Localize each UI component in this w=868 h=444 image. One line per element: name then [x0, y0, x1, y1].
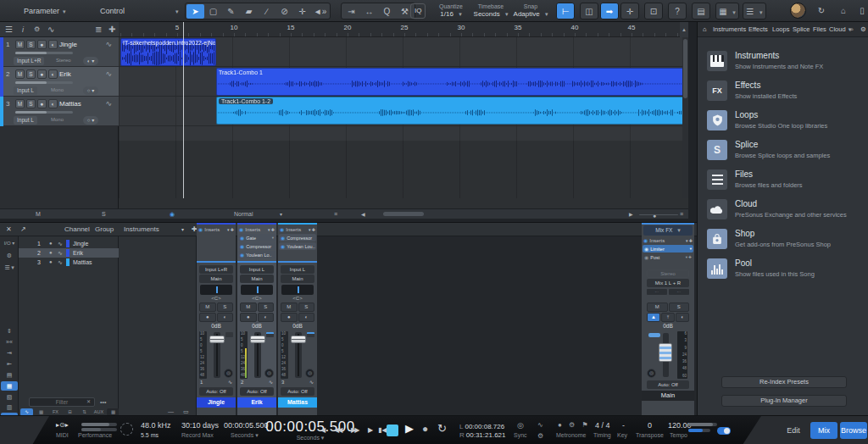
- grid-view-button[interactable]: ▦ ▾: [715, 3, 739, 19]
- vertical-scrollbar[interactable]: [682, 37, 688, 198]
- wrench-icon[interactable]: ⚙: [34, 24, 40, 36]
- main-output-strip[interactable]: Mix FX ▾ ◉Inserts▾ ✚ ◉Limiter▾ ◉Post▾ ✚ …: [642, 223, 694, 416]
- snap-setting[interactable]: Snap Adaptive ▾: [512, 3, 549, 19]
- fader-area[interactable]: 1050512243648 ◎: [281, 331, 314, 379]
- zoom-slider-handle[interactable]: ●: [653, 211, 656, 221]
- record-arm-button[interactable]: ●: [37, 40, 47, 49]
- channel-strip-erik[interactable]: ◉Inserts▾ ✚ ◉Gate▾ ◉Compressor ◉Youlean …: [237, 223, 276, 416]
- tab-instruments[interactable]: Instruments: [713, 22, 746, 37]
- previous-marker-button[interactable]: ◀: [320, 424, 326, 437]
- strip-name-label[interactable]: Erik: [237, 397, 276, 408]
- insert-slot[interactable]: ◉Limiter▾: [643, 245, 693, 253]
- mix-view-button[interactable]: Mix: [810, 422, 837, 439]
- pan-control[interactable]: [241, 285, 273, 295]
- stereo-mode[interactable]: Stereo: [647, 269, 689, 278]
- mute-button[interactable]: M: [15, 99, 25, 108]
- automation-mode[interactable]: Auto: Off: [240, 387, 274, 396]
- input-quantize-toggle[interactable]: IQ: [410, 3, 426, 19]
- external-devices-icon[interactable]: ▤: [1, 370, 18, 380]
- input-select[interactable]: Input L: [240, 265, 274, 274]
- search-icon[interactable]: ⌕: [850, 22, 854, 37]
- track-pan-control[interactable]: ○ ▾: [83, 86, 98, 95]
- fit-timeline-button[interactable]: ⇥: [342, 4, 360, 19]
- parameter-dropdown[interactable]: Parameter▾: [24, 0, 66, 22]
- arrow-tool-button[interactable]: ➤: [186, 4, 204, 19]
- plugin-nap-button[interactable]: ⊡: [644, 3, 663, 19]
- tab-splice[interactable]: Splice: [793, 22, 810, 37]
- power-icon[interactable]: ◉: [240, 235, 244, 241]
- expand-strips-icon[interactable]: ⇕: [1, 326, 18, 336]
- solo-button[interactable]: S: [26, 69, 36, 79]
- automation-mode[interactable]: Auto: Off: [199, 387, 233, 396]
- chevron-down-icon[interactable]: ▾: [181, 225, 184, 235]
- gain-value[interactable]: 0dB: [642, 322, 694, 330]
- group-column-header[interactable]: Group: [95, 225, 114, 235]
- transpose-value[interactable]: 0: [648, 421, 652, 430]
- power-icon[interactable]: ◉: [281, 243, 285, 249]
- fader-handle[interactable]: [250, 336, 265, 343]
- track-list-icon[interactable]: ≣: [95, 24, 102, 36]
- power-icon[interactable]: ◉: [281, 235, 285, 241]
- chevron-down-icon[interactable]: ▾ ✚: [309, 227, 315, 232]
- horizontal-scrollbar[interactable]: [383, 212, 424, 216]
- gain-value[interactable]: 0dB: [278, 322, 317, 330]
- insert-slot[interactable]: ◉Compressor: [238, 242, 275, 250]
- document-icon[interactable]: ▯: [853, 3, 868, 19]
- insert-slot[interactable]: ◉Gate▾: [238, 234, 275, 241]
- time-signature-value[interactable]: 4 / 4: [595, 421, 610, 430]
- monitor-button[interactable]: ◐: [217, 313, 234, 322]
- monitor-button[interactable]: ◐: [298, 313, 315, 322]
- timebase-setting[interactable]: Timebase Seconds ▾: [471, 3, 510, 19]
- zoom-menu-icon[interactable]: ≡: [680, 209, 683, 219]
- trash-bin-icon[interactable]: ▧: [1, 392, 18, 402]
- input-select[interactable]: Input L: [281, 265, 314, 274]
- solo-button[interactable]: S: [298, 302, 315, 312]
- chevron-down-icon[interactable]: ▾ ✚: [268, 227, 275, 232]
- output-select[interactable]: Main: [199, 275, 233, 283]
- insert-slot[interactable]: ◉Youlean Lo..: [238, 251, 275, 258]
- arrange-view[interactable]: 5101520253035404550 IT-säkerhetspodden.i…: [119, 22, 688, 208]
- reindex-presets-button[interactable]: Re-Index Presets: [721, 376, 847, 388]
- monitor-button[interactable]: ◐: [48, 40, 58, 49]
- browse-view-button[interactable]: Browse: [840, 422, 867, 439]
- mute-button[interactable]: M: [647, 302, 668, 312]
- help-button[interactable]: ?: [668, 3, 687, 19]
- browser-item-cloud[interactable]: Cloud PreSonus Exchange and other servic…: [698, 196, 868, 225]
- control-dropdown[interactable]: Control▾: [100, 0, 179, 22]
- play-button[interactable]: ▶: [405, 422, 414, 436]
- quantize-setting[interactable]: Quantize 1/16 ▾: [434, 3, 468, 19]
- mute-button[interactable]: M: [15, 40, 25, 49]
- mono-pill[interactable]: [648, 333, 660, 337]
- autoscroll-button[interactable]: ➡: [600, 3, 619, 19]
- inserts-list[interactable]: ◉Gate▾ ◉Compressor ◉Youlean Lo..: [237, 234, 276, 261]
- record-arm-button[interactable]: ●: [37, 69, 47, 79]
- console-scenes-button[interactable]: ☰ ▾: [743, 3, 766, 19]
- strip-name-label[interactable]: Jingle: [197, 397, 236, 408]
- split-tool-button[interactable]: ∕: [258, 4, 275, 19]
- power-icon[interactable]: ◉: [240, 252, 244, 258]
- browser-item-effects[interactable]: FX Effects Show installed Effects: [698, 77, 868, 107]
- automation-icon[interactable]: ∿: [47, 24, 54, 36]
- wrench-icon[interactable]: ⚙: [860, 22, 866, 37]
- power-icon[interactable]: ◉: [239, 226, 243, 232]
- monitor-button[interactable]: ◐: [258, 313, 275, 322]
- metronome-icons[interactable]: ● ⚙ ⚑: [558, 421, 591, 429]
- scroll-up-icon[interactable]: ▲: [680, 22, 688, 37]
- channel-row-jingle[interactable]: 1 ● ∿ Jingle: [19, 239, 119, 248]
- track-volume-slider[interactable]: [15, 52, 73, 54]
- main-output-select[interactable]: Mix 1 L + R: [647, 279, 689, 287]
- gain-value[interactable]: 0dB: [237, 322, 276, 330]
- home-icon[interactable]: ⌂: [834, 3, 853, 19]
- track-row-mattias[interactable]: 3 M S ● ◐ Mattias ∿ Input L Mono ○ ▾: [0, 97, 119, 126]
- channel-column-header[interactable]: Channel: [64, 225, 90, 235]
- clear-filter-icon[interactable]: ✕: [86, 397, 91, 407]
- strip-name-label[interactable]: Mattias: [278, 397, 317, 408]
- mixfx-select[interactable]: Mix FX ▾: [643, 225, 693, 236]
- automation-mode-select[interactable]: Normal: [234, 209, 253, 219]
- audio-clip-combo1[interactable]: Track1-Combo 1: [216, 68, 685, 96]
- plugin-manager-button[interactable]: Plug-In Manager: [721, 395, 847, 407]
- home-icon[interactable]: ⌂: [703, 22, 707, 37]
- io-toggle-button[interactable]: I/O ▾: [1, 239, 18, 248]
- tuner-icon[interactable]: ∿: [537, 421, 543, 429]
- filter-input[interactable]: [29, 397, 95, 407]
